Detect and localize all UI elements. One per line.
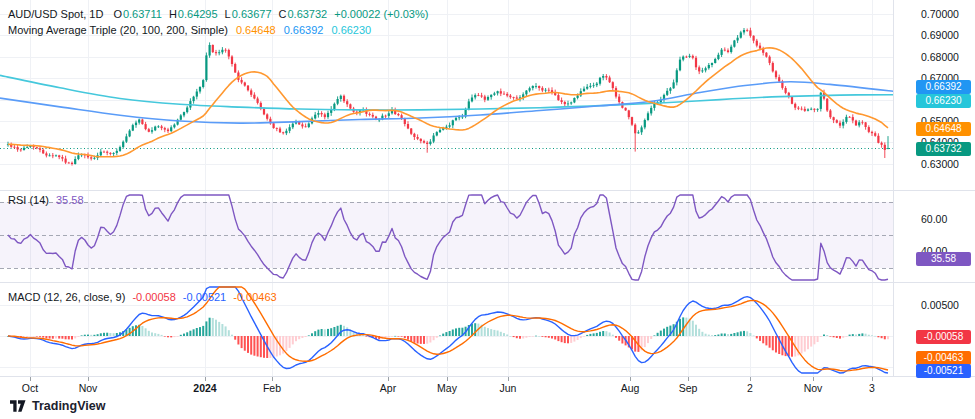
macd-line-value: -0.00521 [183, 291, 226, 303]
time-axis-label: Feb [263, 381, 281, 395]
open-value: 0.63711 [123, 8, 162, 20]
symbol-title[interactable]: AUD/USD Spot, 1D [8, 8, 103, 20]
ma200-value: 0.66230 [331, 24, 371, 36]
tradingview-logo-icon [10, 400, 26, 412]
time-axis-label: 3 [869, 381, 875, 395]
time-axis-label: Apr [380, 381, 396, 395]
symbol-legend: AUD/USD Spot, 1DO0.63711H0.64295L0.63677… [8, 6, 428, 22]
time-axis-label: Sep [679, 381, 698, 395]
macd-signal-value: -0.00463 [233, 291, 276, 303]
chart-canvas[interactable] [0, 0, 975, 419]
ma100-value: 0.66392 [284, 24, 324, 36]
tradingview-chart: AUD/USD Spot, 1DO0.63711H0.64295L0.63677… [0, 0, 975, 419]
close-label: C [279, 8, 287, 20]
high-value: 0.64295 [178, 8, 218, 20]
rsi-value: 35.58 [56, 194, 84, 206]
tradingview-logo-text: TradingView [32, 399, 105, 413]
ma-legend: Moving Average Triple (20, 100, 200, Sim… [8, 22, 428, 38]
low-value: 0.63677 [232, 8, 272, 20]
close-value: 0.63732 [287, 8, 327, 20]
ma20-value: 0.64648 [236, 24, 276, 36]
tradingview-logo[interactable]: TradingView [10, 399, 105, 413]
change-value: +0.00022 (+0.03%) [334, 8, 428, 20]
rsi-pane[interactable] [0, 195, 893, 280]
rsi-legend-label[interactable]: RSI (14) [8, 194, 49, 206]
time-axis-label: 2024 [193, 381, 216, 395]
time-axis-label: May [437, 381, 457, 395]
ma-legend-label[interactable]: Moving Average Triple (20, 100, 200, Sim… [8, 24, 228, 36]
open-label: O [113, 8, 122, 20]
time-axis-label: 2 [747, 381, 753, 395]
macd-legend: MACD (12, 26, close, 9)-0.00058-0.00521-… [8, 290, 277, 304]
low-label: L [225, 8, 231, 20]
time-axis-label: Nov [79, 381, 98, 395]
price-pane[interactable] [0, 28, 893, 166]
time-axis-label: Jun [500, 381, 517, 395]
chart-legend: AUD/USD Spot, 1DO0.63711H0.64295L0.63677… [8, 6, 428, 38]
time-axis-label: Aug [621, 381, 640, 395]
time-axis-label: Nov [804, 381, 823, 395]
time-axis[interactable]: OctNov2024FebAprMayJunAugSep2Nov3 [0, 381, 975, 396]
high-label: H [169, 8, 177, 20]
rsi-legend: RSI (14)35.58 [8, 193, 84, 207]
time-axis-label: Oct [22, 381, 38, 395]
macd-legend-label[interactable]: MACD (12, 26, close, 9) [8, 291, 125, 303]
macd-hist-value: -0.00058 [132, 291, 175, 303]
